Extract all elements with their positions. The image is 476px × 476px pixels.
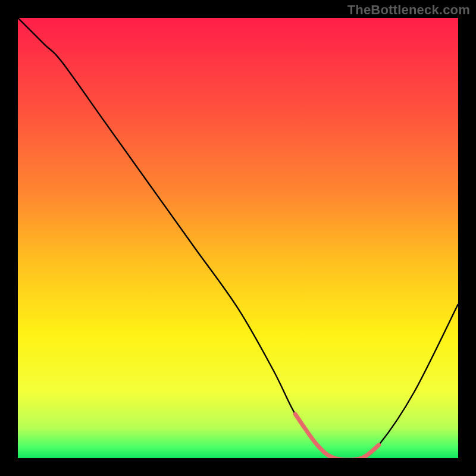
plot-area (18, 18, 458, 458)
watermark-text: TheBottleneck.com (347, 2, 470, 18)
gradient-background (18, 18, 458, 458)
bottleneck-chart (18, 18, 458, 458)
chart-frame: TheBottleneck.com (0, 0, 476, 476)
